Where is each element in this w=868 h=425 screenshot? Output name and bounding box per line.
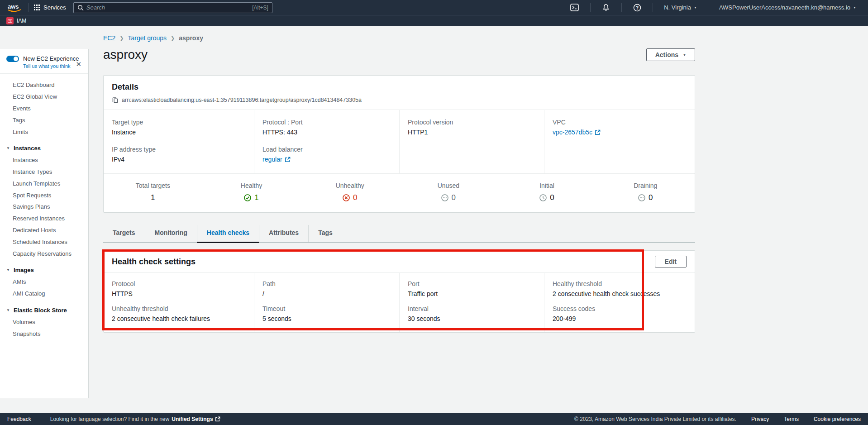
account-menu[interactable]: AWSPowerUserAccess/navaneeth.kn@harness.… [714,4,862,11]
triangle-down-icon: ▼ [6,268,10,272]
field-hc-port: Port Traffic port [408,280,536,297]
field-unhealthy-threshold: Unhealthy threshold 2 consecutive health… [112,305,246,322]
clock-icon [539,194,547,201]
footer: Feedback Looking for language selection?… [0,413,868,425]
cookie-preferences-link[interactable]: Cookie preferences [814,416,861,422]
health-check-settings-title: Health check settings [112,257,196,267]
actions-button[interactable]: Actions ▼ [646,48,695,61]
tab-targets[interactable]: Targets [103,225,145,242]
triangle-down-icon: ▼ [6,308,10,312]
x-circle-icon [343,194,350,201]
field-ip-address-type: IP address type IPv4 [112,146,246,163]
tab-attributes[interactable]: Attributes [259,225,308,242]
breadcrumb-separator-icon: ❯ [119,35,124,41]
field-path: Path / [262,280,391,297]
field-timeout: Timeout 5 seconds [262,305,391,322]
field-success-codes: Success codes 200-499 [553,305,687,322]
sidebar-section-ebs[interactable]: ▼ Elastic Block Store [0,304,88,316]
privacy-link[interactable]: Privacy [751,416,769,422]
region-selector[interactable]: N. Virginia ▼ [658,4,702,11]
sidebar-item-volumes[interactable]: Volumes [0,316,88,328]
external-link-icon [285,157,291,162]
breadcrumb-target-groups[interactable]: Target groups [128,34,167,42]
sidebar-item-events[interactable]: Events [0,103,88,115]
new-experience-toggle[interactable] [6,56,19,62]
sidebar-item-instance-types[interactable]: Instance Types [0,166,88,178]
stat-unused: Unused 0 [399,180,498,202]
field-protocol-version: Protocol version HTTP1 [408,119,536,136]
field-protocol-port: Protocol : Port HTTPS: 443 [262,119,391,136]
divider [621,3,622,12]
svg-text:?: ? [636,5,639,10]
page-title: asproxy [103,48,148,62]
services-label: Services [43,4,66,11]
sidebar-item-reserved-instances[interactable]: Reserved Instances [0,213,88,224]
search-icon [77,5,84,11]
copyright-text: © 2023, Amazon Web Services India Privat… [574,416,736,422]
search-shortcut: [Alt+S] [252,5,268,11]
terms-link[interactable]: Terms [784,416,799,422]
field-hc-protocol: Protocol HTTPS [112,280,246,297]
sidebar-item-limits[interactable]: Limits [0,126,88,138]
favorite-iam-label: IAM [17,18,26,24]
chevron-down-icon: ▼ [683,53,686,57]
health-check-settings-panel: Health check settings Edit Protocol HTTP… [103,250,695,333]
sidebar-section-images[interactable]: ▼ Images [0,264,88,276]
tell-us-link[interactable]: Tell us what you think [23,63,82,69]
sidebar-item-ec2-global-view[interactable]: EC2 Global View [0,91,88,103]
sidebar-item-instances[interactable]: Instances [0,154,88,166]
sidebar-item-launch-templates[interactable]: Launch Templates [0,177,88,189]
favorite-iam[interactable]: IAM [6,17,26,24]
unified-settings-link[interactable]: Unified Settings [172,416,220,422]
sidebar-section-instances[interactable]: ▼ Instances [0,142,88,154]
notifications-button[interactable] [596,4,616,11]
chevron-down-icon: ▼ [694,6,697,9]
question-circle-icon: ? [633,4,641,12]
help-button[interactable]: ? [627,4,647,12]
stat-initial: Initial 0 [498,180,596,202]
field-vpc: VPC vpc-2657db5c [553,119,687,136]
top-navigation-bar: aws Services [Alt+S] [0,0,868,15]
stat-draining: Draining 0 [596,180,695,202]
breadcrumb-current: asproxy [179,34,203,42]
divider [653,3,653,12]
vpc-link[interactable]: vpc-2657db5c [553,129,601,136]
sidebar-item-spot-requests[interactable]: Spot Requests [0,189,88,201]
sidebar-item-scheduled-instances[interactable]: Scheduled Instances [0,236,88,248]
iam-icon [6,17,14,24]
dots-circle-icon [638,194,645,201]
sidebar-item-capacity-reservations[interactable]: Capacity Reservations [0,248,88,259]
close-icon[interactable]: ✕ [76,61,81,67]
feedback-link[interactable]: Feedback [7,416,31,422]
sidebar-item-ec2-dashboard[interactable]: EC2 Dashboard [0,79,88,91]
edit-button[interactable]: Edit [655,256,687,267]
account-label: AWSPowerUserAccess/navaneeth.kn@harness.… [719,4,850,11]
copy-arn-button[interactable] [112,96,119,103]
aws-logo[interactable]: aws [6,2,23,13]
breadcrumb-ec2[interactable]: EC2 [103,34,115,42]
target-group-arn: arn:aws:elasticloadbalancing:us-east-1:3… [122,97,362,103]
tab-health-checks[interactable]: Health checks [197,225,259,242]
field-load-balancer: Load balancer regular [262,146,391,163]
new-experience-label: New EC2 Experience [23,55,79,62]
sidebar-item-dedicated-hosts[interactable]: Dedicated Hosts [0,224,88,236]
aws-logo-icon: aws [6,2,23,13]
cloudshell-button[interactable] [564,4,585,11]
sidebar-nav: EC2 Dashboard EC2 Global View Events Tag… [0,74,88,339]
sidebar-item-ami-catalog[interactable]: AMI Catalog [0,288,88,300]
sidebar-item-savings-plans[interactable]: Savings Plans [0,201,88,213]
services-menu-button[interactable]: Services [34,4,66,11]
load-balancer-link[interactable]: regular [262,156,291,163]
global-search[interactable]: [Alt+S] [73,2,272,13]
sidebar-item-tags[interactable]: Tags [0,114,88,126]
details-title: Details [112,82,687,92]
tab-bar: Targets Monitoring Health checks Attribu… [103,225,695,243]
tab-monitoring[interactable]: Monitoring [145,225,197,242]
external-link-icon [595,129,601,135]
search-input[interactable] [86,4,249,11]
sidebar-item-snapshots[interactable]: Snapshots [0,328,88,339]
sidebar-item-amis[interactable]: AMIs [0,276,88,288]
divider [28,3,29,12]
tab-tags[interactable]: Tags [308,225,342,242]
sidebar: New EC2 Experience Tell us what you thin… [0,26,89,413]
